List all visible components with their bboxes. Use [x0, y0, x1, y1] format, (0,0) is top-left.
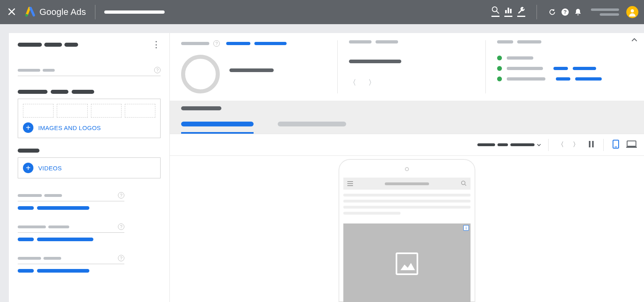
account-name[interactable]	[591, 8, 619, 16]
pause-icon[interactable]	[586, 141, 596, 149]
svg-point-7	[631, 9, 634, 12]
panel-title	[18, 43, 78, 47]
tab-1[interactable]	[181, 122, 254, 134]
checklist-item	[497, 66, 610, 71]
check-dot-icon	[497, 77, 502, 81]
image-slot[interactable]	[91, 104, 122, 118]
preview-select[interactable]	[477, 143, 541, 146]
collapse-icon[interactable]	[631, 36, 638, 43]
tab-2[interactable]	[278, 122, 346, 134]
text-field-1[interactable]: ?	[18, 192, 124, 201]
preview-head	[170, 101, 644, 134]
chevron-down-icon	[537, 144, 541, 146]
search-icon[interactable]	[489, 6, 502, 19]
image-slot[interactable]	[23, 104, 54, 118]
svg-rect-4	[510, 9, 512, 13]
preview-stage: i	[170, 155, 644, 302]
preview-column: ? 〈 〉	[170, 33, 644, 302]
carousel-block: 〈 〉	[337, 40, 474, 93]
ad-preview-image: i	[343, 223, 471, 302]
campaign-name	[104, 10, 165, 14]
images-asset-box: + IMAGES AND LOGOS	[18, 99, 161, 138]
add-videos-button[interactable]: + VIDEOS	[23, 163, 155, 173]
help-icon[interactable]: ?	[154, 67, 161, 73]
divider	[537, 5, 537, 19]
check-dot-icon	[497, 56, 502, 60]
svg-point-5	[561, 8, 569, 16]
checklist-block	[485, 40, 621, 93]
svg-point-1	[492, 7, 497, 12]
google-ads-logo-icon	[25, 7, 35, 17]
prev-preview-icon[interactable]: 〈	[556, 141, 566, 149]
svg-rect-9	[592, 141, 594, 147]
text-field-3[interactable]: ?	[18, 255, 124, 264]
phone-mockup: i	[339, 159, 475, 302]
brand-logo: Google Ads	[25, 7, 86, 17]
help-icon[interactable]: ?	[118, 255, 124, 261]
divider	[95, 5, 95, 19]
help-icon[interactable]: ?	[559, 8, 572, 16]
brand-title: Google Ads	[39, 7, 86, 17]
phone-topbar-title	[357, 182, 457, 185]
asset-editor-panel: ⋮ ? + IMAGES AND LOGOS	[9, 33, 170, 302]
desktop-preview-icon[interactable]	[626, 140, 636, 150]
final-url-field[interactable]: ?	[18, 67, 161, 76]
link-3[interactable]	[18, 269, 161, 273]
link-2[interactable]	[18, 238, 161, 241]
search-icon	[461, 180, 466, 187]
close-icon[interactable]	[6, 6, 18, 18]
next-icon[interactable]: 〉	[368, 78, 376, 87]
svg-rect-3	[508, 8, 509, 13]
preview-controls: 〈 〉	[170, 134, 644, 155]
help-icon[interactable]: ?	[118, 223, 124, 230]
svg-rect-2	[505, 10, 507, 13]
phone-camera-icon	[405, 167, 409, 171]
images-section-title	[18, 90, 161, 94]
image-slot[interactable]	[125, 104, 155, 118]
notifications-icon[interactable]	[572, 8, 584, 16]
check-dot-icon	[497, 66, 502, 71]
more-options-icon[interactable]: ⋮	[152, 39, 161, 50]
image-placeholder-icon	[396, 252, 418, 275]
svg-rect-8	[589, 141, 590, 147]
link-1[interactable]	[18, 206, 161, 210]
app-header: Google Ads ?	[0, 0, 644, 24]
summary-strip: ? 〈 〉	[170, 33, 644, 101]
svg-point-14	[462, 181, 465, 184]
help-icon[interactable]: ?	[118, 192, 124, 199]
svg-rect-11	[615, 147, 617, 147]
svg-rect-10	[613, 140, 619, 148]
text-field-2[interactable]: ?	[18, 223, 124, 233]
reports-icon[interactable]	[502, 6, 515, 19]
image-slot[interactable]	[57, 104, 87, 118]
ad-strength-block: ?	[181, 40, 326, 93]
phone-topbar	[343, 178, 471, 190]
svg-rect-12	[627, 141, 636, 146]
strength-ring-icon	[181, 55, 220, 93]
adchoices-icon: i	[463, 225, 469, 231]
svg-point-0	[25, 14, 28, 17]
help-icon[interactable]: ?	[213, 40, 220, 47]
plus-icon: +	[23, 163, 33, 173]
hamburger-icon	[347, 181, 353, 186]
checklist-item	[497, 56, 610, 60]
preview-title	[181, 106, 221, 110]
videos-section-title	[18, 149, 161, 153]
add-videos-label: VIDEOS	[38, 165, 62, 172]
tools-icon[interactable]	[515, 6, 528, 19]
svg-rect-13	[626, 147, 637, 148]
mobile-preview-icon[interactable]	[611, 140, 621, 150]
add-images-button[interactable]: + IMAGES AND LOGOS	[23, 122, 155, 133]
refresh-icon[interactable]	[546, 8, 559, 16]
plus-icon: +	[23, 122, 33, 133]
avatar[interactable]	[626, 6, 638, 18]
prev-icon[interactable]: 〈	[349, 78, 356, 87]
svg-text:?: ?	[564, 9, 567, 15]
checklist-item	[497, 77, 610, 81]
videos-asset-box: + VIDEOS	[18, 157, 161, 178]
add-images-label: IMAGES AND LOGOS	[38, 124, 101, 131]
next-preview-icon[interactable]: 〉	[571, 141, 581, 149]
